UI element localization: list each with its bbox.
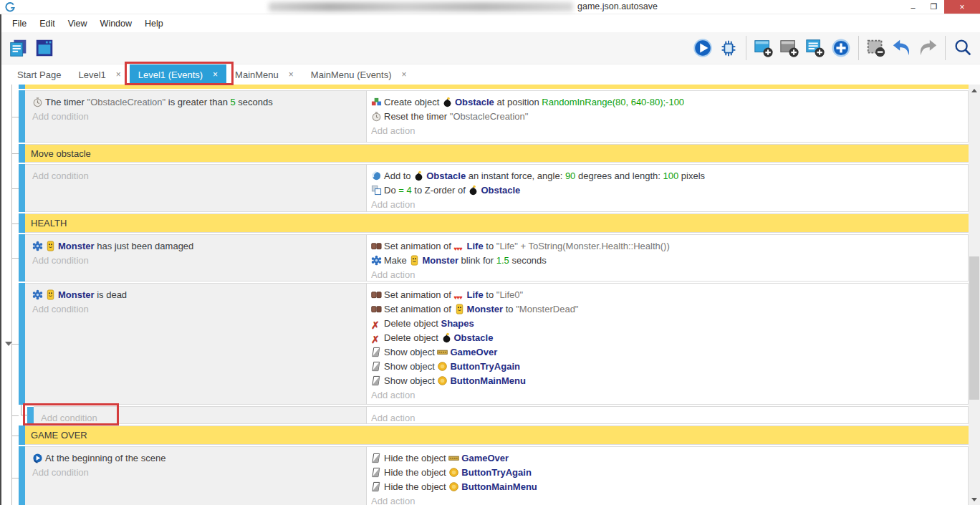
event-row[interactable]: Add conditionAdd to Obstacle an instant … (19, 164, 969, 212)
minimize-button[interactable]: – (903, 0, 923, 14)
event-row[interactable]: At the beginning of the sceneAdd conditi… (19, 446, 969, 505)
add-condition-link[interactable]: Add condition (32, 466, 362, 480)
scroll-down-arrow[interactable] (969, 494, 980, 505)
add-condition-link[interactable]: Add condition (32, 302, 362, 317)
action-line[interactable]: Show object GameOver (371, 345, 964, 360)
actions-cell[interactable]: Add action (367, 406, 969, 424)
add-condition-link[interactable]: Add condition (32, 110, 362, 124)
actions-cell[interactable]: Set animation of ♥♥♥Life to "Life0"Set a… (367, 283, 969, 405)
action-line[interactable]: Hide the object ButtonMainMenu (371, 480, 964, 494)
close-button[interactable]: × (944, 0, 980, 14)
text-segment: Create object (384, 97, 442, 107)
add-subevent-button[interactable] (777, 35, 802, 61)
action-line[interactable]: Make Monster blink for 1.5 seconds (371, 254, 964, 268)
tab-close-icon[interactable]: × (289, 69, 294, 80)
comment-row[interactable]: GAME OVER (19, 425, 969, 445)
action-line[interactable]: Add to Obstacle an instant force, angle:… (371, 169, 964, 183)
action-line[interactable]: Show object ButtonTryAgain (371, 360, 964, 374)
collapse-arrow-icon[interactable] (5, 342, 12, 346)
tab-mainmenu-events[interactable]: MainMenu (Events)× (302, 64, 415, 85)
menu-item-file[interactable]: File (6, 16, 33, 31)
condition-line[interactable]: Monster is dead (32, 288, 362, 302)
search-button[interactable] (950, 35, 976, 61)
menu-item-view[interactable]: View (62, 16, 94, 31)
action-line[interactable]: ✗Delete object Shapes (371, 317, 964, 331)
tab-start-page[interactable]: Start Page (9, 64, 69, 85)
add-action-link[interactable]: Add action (371, 388, 964, 403)
add-condition-link[interactable]: Add condition (32, 254, 362, 268)
conditions-cell[interactable]: At the beginning of the sceneAdd conditi… (25, 446, 367, 505)
actions-cell[interactable]: Set animation of ♥♥♥Life to "Life" + ToS… (367, 234, 969, 282)
tab-close-icon[interactable]: × (116, 69, 121, 80)
action-line[interactable]: Create object Obstacle at position Rando… (371, 95, 964, 110)
play-button[interactable] (690, 35, 716, 61)
scene-editor-button[interactable] (32, 35, 57, 61)
tab-close-icon[interactable]: × (402, 69, 407, 80)
action-line[interactable]: Reset the timer "ObstacleCreation" (371, 110, 964, 124)
redo-button[interactable] (915, 35, 941, 61)
add-comment-button[interactable] (802, 35, 828, 61)
actions-cell[interactable]: Create object Obstacle at position Rando… (367, 90, 969, 143)
comment-row[interactable]: HEALTH (19, 213, 969, 233)
action-line[interactable]: ✗Delete object Obstacle (371, 331, 964, 345)
conditions-cell[interactable]: The timer "ObstacleCreation" is greater … (25, 90, 367, 143)
conditions-cell[interactable]: Add condition (34, 406, 367, 424)
placeholder-text: Add action (371, 390, 415, 400)
menu-item-edit[interactable]: Edit (33, 16, 62, 31)
text-segment: seconds (236, 97, 273, 107)
restore-button[interactable]: ❐ (923, 0, 944, 14)
monster-object-icon (45, 289, 56, 300)
action-line[interactable]: Set animation of ♥♥♥Life to "Life" + ToS… (371, 239, 964, 254)
action-line[interactable]: Show object ButtonMainMenu (371, 374, 964, 388)
undo-button[interactable] (889, 35, 915, 61)
sub-event-row[interactable]: Add conditionAdd action (19, 406, 969, 424)
add-circle-button[interactable] (828, 35, 854, 61)
conditions-cell[interactable]: Monster has just been damagedAdd conditi… (25, 234, 367, 282)
tab-mainmenu[interactable]: MainMenu× (226, 64, 302, 85)
add-condition-link[interactable]: Add condition (32, 169, 362, 183)
add-action-link[interactable]: Add action (371, 124, 964, 138)
project-manager-button[interactable] (6, 35, 32, 61)
add-event-button[interactable] (751, 35, 777, 61)
event-row[interactable]: The timer "ObstacleCreation" is greater … (19, 90, 969, 143)
add-action-link[interactable]: Add action (371, 268, 964, 282)
gameover-object-icon (448, 453, 459, 463)
add-condition-link[interactable]: Add condition (41, 411, 362, 425)
event-marker-bar (19, 283, 25, 405)
vertical-scrollbar[interactable] (969, 85, 980, 505)
conditions-cell[interactable]: Monster is deadAdd condition (25, 283, 367, 405)
scroll-thumb[interactable] (969, 256, 979, 400)
tab-level1-events[interactable]: Level1 (Events)× (130, 64, 226, 85)
tab-close-icon[interactable]: × (213, 69, 218, 80)
event-row[interactable]: Monster is deadAdd conditionSet animatio… (19, 283, 969, 405)
text-segment: Hide the object (384, 467, 448, 478)
conditions-cell[interactable]: Add condition (25, 164, 367, 212)
menu-item-window[interactable]: Window (94, 16, 138, 31)
action-line[interactable]: Set animation of ♥♥♥Life to "Life0" (371, 288, 964, 302)
add-action-link[interactable]: Add action (371, 198, 964, 212)
action-line[interactable]: Do = 4 to Z-order of Obstacle (371, 183, 964, 198)
add-action-link[interactable]: Add action (371, 494, 964, 505)
monster-object-icon (45, 241, 56, 251)
text-segment: RandomInRange(80, 640-80);-100 (542, 97, 684, 107)
comment-row-partial[interactable] (19, 85, 969, 89)
tab-level1[interactable]: Level1× (69, 64, 129, 85)
begin-scene-icon (32, 453, 43, 463)
behavior-icon (32, 289, 43, 300)
debug-button[interactable] (716, 35, 741, 61)
condition-line[interactable]: The timer "ObstacleCreation" is greater … (32, 95, 362, 110)
event-row[interactable]: Monster has just been damagedAdd conditi… (19, 234, 969, 282)
menu-item-help[interactable]: Help (138, 16, 170, 31)
actions-cell[interactable]: Add to Obstacle an instant force, angle:… (367, 164, 969, 212)
action-line[interactable]: Set animation of Monster to "MonsterDead… (371, 302, 964, 317)
condition-line[interactable]: At the beginning of the scene (32, 451, 362, 466)
condition-line[interactable]: Monster has just been damaged (32, 239, 362, 254)
actions-cell[interactable]: Hide the object GameOverHide the object … (367, 446, 969, 505)
add-action-link[interactable]: Add action (371, 411, 964, 425)
remove-event-button[interactable] (863, 35, 889, 61)
scroll-up-arrow[interactable] (969, 85, 980, 96)
action-line[interactable]: Hide the object ButtonTryAgain (371, 466, 964, 480)
action-line[interactable]: Hide the object GameOver (371, 451, 964, 466)
comment-row[interactable]: Move obstacle (19, 144, 969, 163)
text-segment: Delete object (384, 332, 441, 343)
